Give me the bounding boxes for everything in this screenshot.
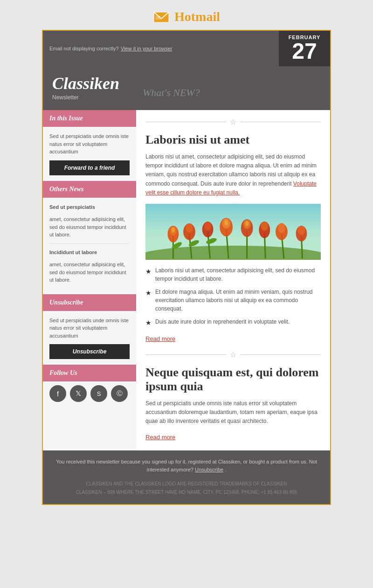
bullet-item-1: ★ Laboris nisi ut amet, consectetur adip… (145, 266, 321, 283)
newsletter-subtitle: Newsletter (52, 94, 119, 101)
sidebar-unsubscribe-title: Unsubscribe (43, 294, 136, 311)
rss-icon[interactable]: Ⓒ (111, 385, 128, 402)
bullet-star-3: ★ (145, 318, 152, 328)
twitter-icon[interactable]: 𝕏 (70, 385, 87, 402)
footer-legal-1: CLASSIKEN AND THE CLASSIKEN LOGO ARE REG… (52, 480, 321, 488)
bullet-star-2: ★ (145, 288, 152, 313)
hotmail-header: Hotmail (153, 9, 220, 24)
svg-point-31 (298, 226, 305, 235)
bullet-item-2: ★ Et dolore magna aliqua. Ut enim ad min… (145, 288, 321, 313)
sidebar-follow-us-title: Follow Us (43, 365, 136, 381)
hotmail-icon (153, 10, 170, 23)
facebook-icon[interactable]: f (49, 385, 66, 402)
bullet-item-3: ★ Duis aute irure dolor in reprehenderit… (145, 318, 321, 328)
newsletter-header: Classiken Newsletter What's NEW? (43, 66, 330, 110)
article1-title: Laboris nisi ut amet (145, 133, 321, 147)
article1-bullets: ★ Laboris nisi ut amet, consectetur adip… (145, 266, 321, 328)
main-content: ☆ Laboris nisi ut amet Laboris nisi ut a… (136, 110, 330, 450)
svg-point-33 (224, 220, 228, 225)
whats-new: What's NEW? (143, 87, 200, 99)
not-displaying-text: Email not displaying correctly? (49, 46, 119, 51)
footer-unsubscribe-link[interactable]: Unsubscribe (195, 467, 223, 472)
news2-text: amet, consectetur adipisicing elit, sed … (49, 261, 130, 284)
hotmail-title: Hotmail (174, 9, 220, 24)
unsubscribe-button[interactable]: Unsubscribe (49, 344, 130, 359)
svg-point-32 (171, 227, 175, 233)
star-divider-1: ☆ (145, 118, 321, 126)
svg-point-21 (204, 221, 212, 231)
article2-title: Neque quisquam est, qui dolorem ipsum qu… (145, 366, 321, 394)
tulip-image (145, 204, 321, 260)
sidebar-divider-1 (49, 243, 130, 244)
sidebar-in-this-issue-content: Sed ut perspiciatis unde omnis iste natu… (43, 127, 136, 181)
email-footer: You received this newsletter because you… (43, 450, 330, 504)
svg-rect-2 (156, 16, 160, 20)
svg-point-19 (186, 223, 193, 233)
sidebar: In this Issue Sed ut perspiciatis unde o… (43, 110, 136, 450)
footer-main-text: You received this newsletter because you… (52, 458, 321, 474)
read-more-2[interactable]: Read more (145, 434, 175, 441)
news1-text: amet, consectetur adipisicing elit, sed … (49, 215, 130, 239)
bullet-star-1: ★ (145, 267, 152, 283)
footer-legal-2: CLASSIKEN – 999 WHERE THE STREET HAVE NO… (52, 488, 321, 497)
view-in-browser-link[interactable]: View it in your browser (121, 46, 172, 51)
top-bar-left: Email not displaying correctly? View it … (43, 31, 279, 66)
skype-icon[interactable]: S (90, 385, 107, 402)
social-icons-container: f 𝕏 S Ⓒ (43, 381, 136, 406)
date-day: 27 (292, 40, 317, 62)
svg-point-29 (278, 223, 285, 233)
top-bar: Email not displaying correctly? View it … (43, 31, 330, 66)
newsletter-brand: Classiken Newsletter (52, 74, 119, 101)
unsubscribe-text: Sed ut perspiciatis unde omnis iste natu… (49, 317, 130, 340)
svg-point-34 (245, 221, 249, 226)
read-more-1[interactable]: Read more (145, 335, 175, 342)
in-this-issue-text: Sed ut perspiciatis unde omnis iste natu… (49, 132, 130, 156)
sidebar-others-news-title: Others News (43, 181, 136, 198)
sidebar-unsubscribe-content: Sed ut perspiciatis unde omnis iste natu… (43, 311, 136, 365)
main-body: In this Issue Sed ut perspiciatis unde o… (43, 110, 330, 450)
newsletter-title: Classiken (52, 74, 119, 93)
article2-text: Sed ut perspiciatis unde omnis iste natu… (145, 399, 321, 426)
star-icon-1: ☆ (230, 118, 236, 126)
article1-text: Laboris nisi ut amet, consectetur adipis… (145, 152, 321, 197)
star-icon-2: ☆ (230, 350, 236, 359)
news2-title: Incididunt ut labore (49, 249, 130, 256)
email-wrapper: Email not displaying correctly? View it … (42, 30, 331, 505)
forward-button[interactable]: Forward to a friend (49, 160, 130, 175)
sidebar-others-news-content: Sed ut perspiciatis amet, consectetur ad… (43, 198, 136, 294)
top-bar-date: FEBRUARY 27 (279, 31, 330, 66)
news1-title: Sed ut perspiciatis (49, 203, 130, 211)
star-divider-2: ☆ (145, 350, 321, 359)
sidebar-in-this-issue-title: In this Issue (43, 110, 136, 127)
svg-point-27 (261, 221, 268, 231)
